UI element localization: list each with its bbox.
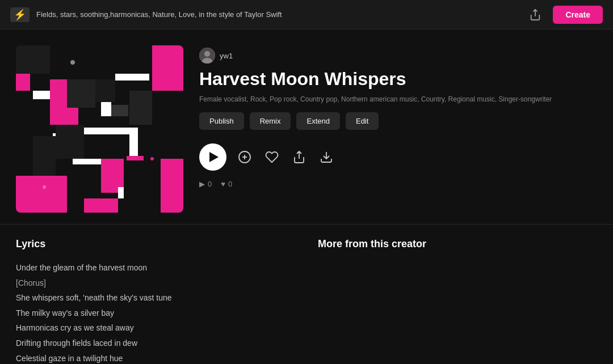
lyrics-line: Under the gleam of the harvest moon	[16, 260, 295, 276]
svg-rect-26	[161, 159, 183, 213]
main-content: yw1 Harvest Moon Whispers Female vocalis…	[0, 29, 613, 364]
svg-rect-7	[115, 74, 149, 81]
svg-rect-25	[16, 74, 30, 91]
more-creator-title: More from this creator	[318, 238, 597, 250]
lyrics-line: Celestial gaze in a twilight hue	[16, 351, 295, 364]
svg-point-20	[150, 157, 154, 160]
creator-name: yw1	[220, 52, 233, 60]
lyrics-line: She whispers soft, 'neath the sky's vast…	[16, 290, 295, 306]
like-button[interactable]	[263, 148, 281, 166]
track-tags: Female vocalist, Rock, Pop rock, Country…	[199, 95, 597, 104]
svg-rect-12	[73, 159, 101, 164]
likes-stat: ♥ 0	[221, 180, 232, 188]
svg-point-29	[204, 51, 210, 57]
svg-rect-24	[16, 45, 50, 74]
play-button[interactable]	[199, 143, 226, 171]
heart-stat-icon: ♥	[221, 180, 225, 188]
svg-rect-18	[129, 91, 152, 125]
share-track-button[interactable]	[290, 148, 308, 166]
lyrics-line: [Chorus]	[16, 276, 295, 291]
publish-button[interactable]: Publish	[199, 112, 244, 130]
share-button[interactable]	[524, 6, 546, 23]
action-buttons: Publish Remix Extend Edit	[199, 112, 597, 130]
svg-rect-9	[129, 128, 138, 156]
create-button[interactable]: Create	[553, 6, 603, 24]
plays-count: 0	[208, 180, 212, 188]
creator-avatar	[199, 48, 215, 64]
stats-row: ▶ 0 ♥ 0	[199, 180, 597, 188]
svg-point-22	[43, 185, 46, 189]
lower-section: Lyrics Under the gleam of the harvest mo…	[0, 225, 613, 364]
lyrics-line: Drifting through fields laced in dew	[16, 336, 295, 351]
creator-row: yw1	[199, 48, 597, 64]
track-title: Harvest Moon Whispers	[199, 69, 597, 89]
topnav: ⚡ Fields, stars, soothing,harmonicas, Na…	[0, 0, 613, 29]
svg-rect-11	[111, 105, 128, 116]
bolt-icon: ⚡	[10, 7, 30, 22]
svg-rect-6	[33, 91, 50, 99]
more-section: More from this creator	[318, 238, 597, 364]
download-button[interactable]	[317, 148, 335, 166]
track-info: yw1 Harvest Moon Whispers Female vocalis…	[199, 45, 597, 213]
svg-rect-27	[84, 198, 118, 213]
edit-button[interactable]: Edit	[346, 112, 379, 130]
likes-count: 0	[228, 180, 232, 188]
extend-button[interactable]: Extend	[296, 112, 339, 130]
lyrics-lines: Under the gleam of the harvest moon[Chor…	[16, 260, 295, 364]
svg-rect-23	[127, 156, 144, 160]
track-section: yw1 Harvest Moon Whispers Female vocalis…	[0, 29, 613, 225]
svg-rect-14	[118, 187, 124, 198]
prompt-text: Fields, stars, soothing,harmonicas, Natu…	[36, 10, 518, 19]
svg-rect-8	[84, 128, 129, 134]
play-stat-icon: ▶	[199, 180, 205, 188]
player-controls	[199, 143, 597, 171]
add-to-playlist-button[interactable]	[236, 148, 254, 166]
svg-rect-15	[67, 79, 95, 108]
lyrics-section: Lyrics Under the gleam of the harvest mo…	[16, 238, 295, 364]
lyrics-title: Lyrics	[16, 238, 295, 250]
svg-rect-19	[56, 125, 84, 159]
album-art	[16, 45, 183, 213]
lyrics-line: The milky way's a silver bay	[16, 306, 295, 321]
play-icon	[209, 152, 219, 162]
remix-button[interactable]: Remix	[250, 112, 291, 130]
svg-rect-3	[152, 45, 183, 91]
svg-point-21	[70, 60, 75, 65]
svg-rect-2	[16, 176, 67, 213]
svg-rect-16	[95, 79, 115, 102]
svg-rect-17	[33, 136, 56, 176]
lyrics-line: Harmonicas cry as we steal away	[16, 320, 295, 336]
plays-stat: ▶ 0	[199, 180, 212, 188]
